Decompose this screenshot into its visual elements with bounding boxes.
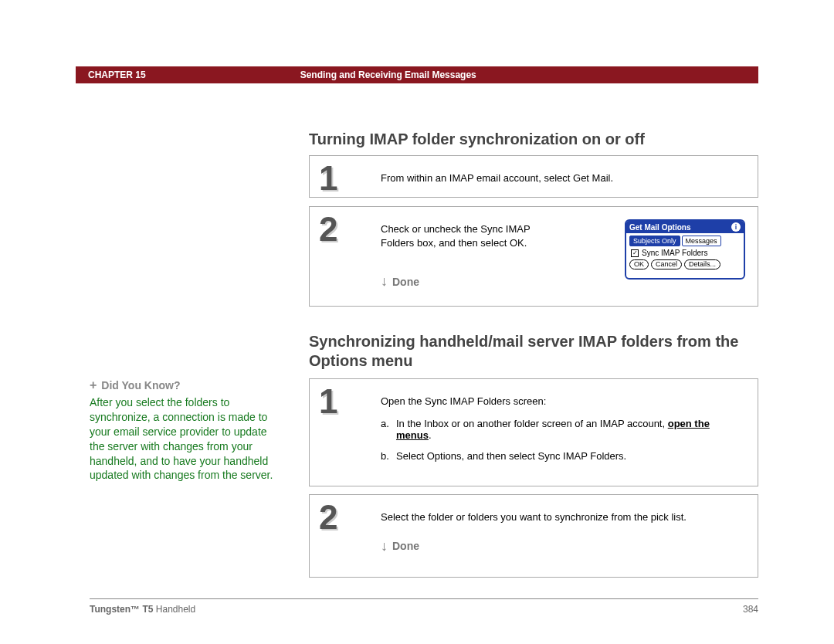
step-number: 1 — [319, 382, 337, 421]
tab-subjects-only[interactable]: Subjects Only — [629, 236, 680, 246]
page-number: 384 — [743, 604, 758, 615]
sub-list: a. In the Inbox or on another folder scr… — [381, 418, 742, 462]
done-arrow-icon: ↓ — [381, 273, 388, 290]
done-text: Done — [392, 276, 419, 288]
letter-b: b. — [381, 450, 396, 462]
s2-step2-text: Select the folder or folders you want to… — [381, 510, 742, 524]
section1-title: Turning IMAP folder synchronization on o… — [309, 130, 758, 149]
tab-messages[interactable]: Messages — [682, 236, 721, 246]
sync-imap-checkbox-row[interactable]: ✓ Sync IMAP Folders — [631, 249, 739, 257]
sub-item-b: b. Select Options, and then select Sync … — [381, 450, 742, 462]
step-number: 1 — [319, 159, 337, 198]
s2-step1-text: Open the Sync IMAP Folders screen: — [381, 395, 742, 408]
palm-tabs: Subjects Only Messages — [629, 236, 741, 246]
chapter-title: Sending and Receiving Email Messages — [300, 69, 476, 80]
letter-a: a. — [381, 418, 396, 441]
item-a-prefix: In the Inbox or on another folder screen… — [396, 418, 668, 429]
info-icon[interactable]: i — [731, 222, 741, 232]
item-b-text: Select Options, and then select Sync IMA… — [396, 450, 626, 462]
open-menus-link-2[interactable]: menus — [396, 429, 429, 441]
did-you-know-sidebar: + Did You Know? After you select the fol… — [90, 378, 275, 483]
chapter-label: CHAPTER 15 — [88, 69, 146, 80]
cancel-button[interactable]: Cancel — [651, 259, 682, 269]
chapter-header-bar: CHAPTER 15 Sending and Receiving Email M… — [76, 66, 758, 83]
palm-dialog: Get Mail Options i Subjects Only Message… — [625, 219, 745, 280]
plus-icon: + — [90, 378, 97, 392]
step2-text: Check or uncheck the Sync IMAP Folders b… — [381, 222, 558, 249]
dyk-text: After you select the folders to synchron… — [90, 396, 273, 481]
did-you-know-heading: + Did You Know? — [90, 378, 275, 392]
checkbox-label: Sync IMAP Folders — [642, 249, 707, 257]
item-a-content: In the Inbox or on another folder screen… — [396, 418, 742, 441]
step-number: 2 — [319, 210, 337, 249]
done-text: Done — [392, 540, 419, 552]
item-a-period: . — [429, 429, 432, 441]
product-rest: Handheld — [153, 604, 195, 615]
product-name: Tungsten™ T5 Handheld — [90, 604, 195, 615]
did-you-know-body: After you select the folders to synchron… — [90, 395, 275, 483]
dyk-label: Did You Know? — [101, 379, 180, 391]
done-label: ↓ Done — [381, 273, 419, 290]
ok-button[interactable]: OK — [629, 259, 649, 269]
done-label: ↓ Done — [381, 538, 742, 554]
product-bold: Tungsten™ T5 — [90, 604, 153, 615]
sub-item-a: a. In the Inbox or on another folder scr… — [381, 418, 742, 441]
details-button[interactable]: Details... — [684, 259, 720, 269]
step1-text: From within an IMAP email account, selec… — [381, 171, 742, 185]
palm-dialog-title-bar: Get Mail Options i — [626, 221, 744, 233]
section1-step1-frame: 1 From within an IMAP email account, sel… — [309, 155, 758, 198]
section2-step1-frame: 1 Open the Sync IMAP Folders screen: a. … — [309, 378, 758, 486]
page-footer: Tungsten™ T5 Handheld 384 — [90, 598, 758, 615]
palm-dialog-title: Get Mail Options — [629, 223, 690, 232]
section2-title: Synchronizing handheld/mail server IMAP … — [309, 332, 757, 371]
section2-step2-frame: 2 Select the folder or folders you want … — [309, 494, 758, 578]
done-arrow-icon: ↓ — [381, 538, 388, 554]
palm-button-row: OK Cancel Details... — [629, 259, 741, 269]
open-menus-link-1[interactable]: open the — [668, 418, 710, 429]
step-number: 2 — [319, 498, 337, 537]
section1-step2-frame: 2 Check or uncheck the Sync IMAP Folders… — [309, 206, 758, 307]
checkbox-checked-icon[interactable]: ✓ — [631, 249, 639, 257]
